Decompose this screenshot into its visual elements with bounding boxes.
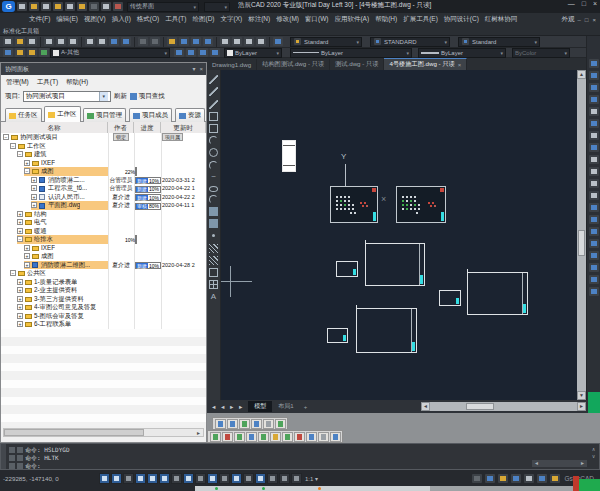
collapse-icon[interactable]: −: [10, 143, 16, 149]
undo-icon[interactable]: [77, 2, 87, 11]
drawing-frame-small-3[interactable]: [327, 328, 348, 343]
expand-icon[interactable]: +: [31, 177, 37, 183]
hardware-accel-icon[interactable]: [485, 474, 495, 483]
insert-block-icon[interactable]: [209, 207, 218, 216]
polygon-icon[interactable]: [209, 112, 218, 121]
layer-walk-icon[interactable]: [198, 48, 208, 57]
layer-previous-icon[interactable]: [186, 48, 196, 57]
project-dropdown[interactable]: 协同测试项目 ▾: [23, 91, 111, 102]
point-icon[interactable]: [209, 231, 218, 240]
plugin-b2-icon[interactable]: [222, 432, 233, 442]
command-icon-pan[interactable]: [17, 447, 23, 453]
menu-编辑E[interactable]: 编辑(E): [53, 15, 81, 24]
gradient-icon[interactable]: [209, 256, 218, 265]
open-icon[interactable]: [15, 37, 25, 46]
text-style-dropdown[interactable]: Standard▾: [290, 37, 362, 47]
plugin-b7-icon[interactable]: [282, 432, 293, 442]
menu-文件F[interactable]: 文件(F): [26, 15, 53, 24]
plugin-b8-icon[interactable]: [294, 432, 305, 442]
plugin-b4-icon[interactable]: [246, 432, 257, 442]
tree-row[interactable]: −协同测试项目锁定项目属: [1, 133, 206, 142]
scroll-left-arrow[interactable]: ◄: [421, 402, 430, 411]
new-file-icon[interactable]: [17, 2, 27, 11]
offset-icon[interactable]: [589, 95, 599, 104]
vscroll-thumb[interactable]: [578, 230, 585, 256]
copy-icon[interactable]: [97, 37, 107, 46]
tree-row[interactable]: −成图22%: [1, 167, 206, 176]
lock-button[interactable]: 锁定: [113, 133, 129, 141]
plugin-a4-icon[interactable]: [251, 419, 262, 429]
menu-视图V[interactable]: 视图(V): [81, 15, 109, 24]
zoom-previous-icon[interactable]: [203, 37, 213, 46]
column-header-作者[interactable]: 作者: [108, 122, 134, 133]
minimize-button[interactable]: —: [568, 0, 575, 7]
menu-绘图D[interactable]: 绘图(D): [190, 15, 218, 24]
plugin-b3-icon[interactable]: [234, 432, 245, 442]
command-icon-grid[interactable]: [9, 447, 15, 453]
quick-search-box[interactable]: ▾: [204, 2, 230, 12]
tall-white-block[interactable]: [282, 140, 296, 172]
layer-properties-icon[interactable]: [3, 48, 13, 57]
move-icon[interactable]: [589, 119, 599, 128]
drawing-frame-large-1[interactable]: [365, 243, 425, 286]
plugin-b5-icon[interactable]: [258, 432, 269, 442]
print-icon[interactable]: [65, 2, 75, 11]
tree-row[interactable]: +平面图.dwg夏介进2020-04-11 1审核80%: [1, 201, 206, 210]
project-search-button[interactable]: 项目查找: [130, 92, 165, 101]
paste-icon[interactable]: [109, 37, 119, 46]
dyn-toggle[interactable]: [183, 473, 194, 484]
save-as-icon[interactable]: [53, 2, 63, 11]
layout-tab-模型[interactable]: 模型: [248, 401, 272, 412]
expand-icon[interactable]: +: [31, 185, 37, 191]
tree-row[interactable]: +成图: [1, 252, 206, 261]
trim-icon[interactable]: [589, 167, 599, 176]
panel-menu-帮助H[interactable]: 帮助(H): [66, 78, 88, 87]
expand-icon[interactable]: +: [17, 321, 23, 327]
expand-icon[interactable]: +: [31, 194, 37, 200]
preview-icon[interactable]: [56, 37, 66, 46]
panel-title-bar[interactable]: 协同面板 ▾×: [1, 63, 206, 75]
tree-row[interactable]: +认识人民币...夏介进2020-04-22 2新建10%: [1, 193, 206, 202]
tree-row[interactable]: +6-工程联系单: [1, 320, 206, 329]
expand-icon[interactable]: +: [17, 211, 23, 217]
collapse-icon[interactable]: −: [3, 134, 9, 140]
quick-properties-toggle[interactable]: [219, 473, 230, 484]
tree-row[interactable]: −建筑: [1, 150, 206, 159]
zoom-window-icon[interactable]: [191, 37, 201, 46]
tree-row[interactable]: +电气: [1, 218, 206, 227]
snap-toggle[interactable]: [99, 473, 110, 484]
menu-文字X[interactable]: 文字(X): [218, 15, 246, 24]
transparency-toggle[interactable]: [207, 473, 218, 484]
menu-插入I[interactable]: 插入(I): [109, 15, 134, 24]
sync-icon[interactable]: [113, 2, 123, 11]
scroll-right-arrow[interactable]: ►: [194, 430, 203, 436]
tree-row[interactable]: −工作区: [1, 142, 206, 151]
scale-icon[interactable]: [589, 143, 599, 152]
menu-红树林协同[interactable]: 红树林协同: [482, 15, 521, 24]
tree-row[interactable]: +暖通: [1, 227, 206, 236]
plot-icon[interactable]: [44, 37, 54, 46]
panel-tab-资源[interactable]: 资源: [175, 108, 205, 122]
region-icon[interactable]: [209, 268, 218, 277]
new-layout-button[interactable]: +: [300, 404, 312, 410]
command-line-window[interactable]: 命令: HSLDYGD命令: HLTK命令: ∧∨ ◄►: [0, 443, 600, 470]
expand-icon[interactable]: +: [31, 202, 37, 208]
make-block-icon[interactable]: [209, 219, 218, 228]
panel-tab-工作区[interactable]: 工作区: [44, 106, 81, 122]
panel-pin-icon[interactable]: ▾: [192, 63, 195, 75]
close-button[interactable]: ×: [593, 0, 597, 7]
fillet-icon[interactable]: [589, 215, 599, 224]
tree-row[interactable]: +工程示意_t6...台管理员2020-04-22 1新建10%: [1, 184, 206, 193]
clean-screen-icon[interactable]: [524, 474, 534, 483]
menu-修改M[interactable]: 修改(M): [273, 15, 302, 24]
drawing-frame-thumbnail-2[interactable]: [396, 186, 446, 223]
layer-isolate-icon[interactable]: [27, 48, 37, 57]
redo-icon[interactable]: [89, 2, 99, 11]
hatch-icon[interactable]: [209, 244, 218, 253]
scroll-up-arrow[interactable]: ▲: [577, 70, 586, 79]
tool-palettes-icon[interactable]: [244, 37, 254, 46]
redo-icon[interactable]: [150, 37, 160, 46]
block-reference-x-mark[interactable]: ×: [381, 194, 386, 204]
help-icon[interactable]: [273, 37, 283, 46]
layout-tab-布局1[interactable]: 布局1: [272, 401, 299, 412]
